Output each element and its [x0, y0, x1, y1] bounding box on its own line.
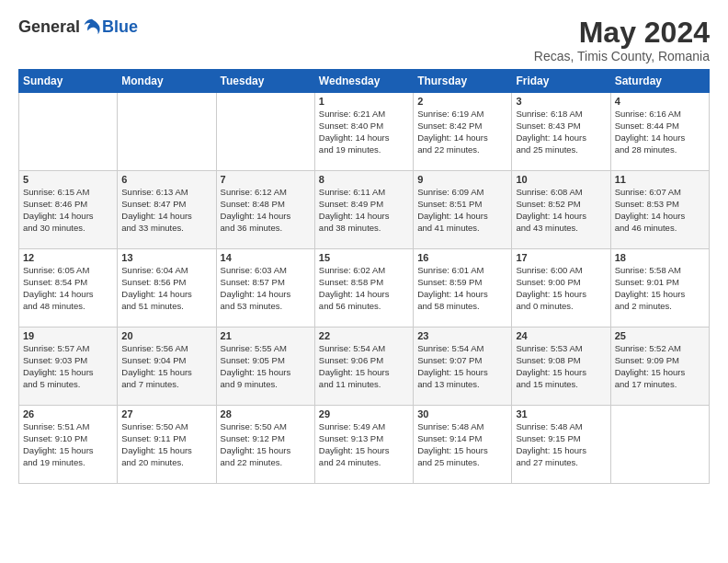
day-info: Sunrise: 6:11 AM Sunset: 8:49 PM Dayligh…	[319, 187, 409, 234]
day-number: 23	[417, 330, 507, 341]
calendar-cell: 19Sunrise: 5:57 AM Sunset: 9:03 PM Dayli…	[19, 327, 118, 406]
calendar-week-2: 5Sunrise: 6:15 AM Sunset: 8:46 PM Daylig…	[19, 171, 710, 249]
day-number: 16	[417, 252, 507, 263]
day-info: Sunrise: 5:48 AM Sunset: 9:15 PM Dayligh…	[516, 421, 606, 468]
day-number: 8	[319, 174, 409, 185]
logo-bird-icon	[82, 17, 102, 37]
calendar-week-5: 26Sunrise: 5:51 AM Sunset: 9:10 PM Dayli…	[19, 406, 710, 484]
day-info: Sunrise: 5:48 AM Sunset: 9:14 PM Dayligh…	[417, 421, 507, 468]
logo-blue-text: Blue	[102, 17, 138, 37]
header-day-saturday: Saturday	[610, 70, 709, 93]
day-number: 7	[221, 174, 311, 185]
day-number: 22	[319, 330, 409, 341]
calendar-cell: 15Sunrise: 6:02 AM Sunset: 8:58 PM Dayli…	[314, 249, 413, 327]
day-info: Sunrise: 5:57 AM Sunset: 9:03 PM Dayligh…	[23, 343, 113, 390]
day-info: Sunrise: 6:16 AM Sunset: 8:44 PM Dayligh…	[615, 109, 705, 155]
calendar-header-row: SundayMondayTuesdayWednesdayThursdayFrid…	[19, 70, 710, 93]
calendar-cell: 31Sunrise: 5:48 AM Sunset: 9:15 PM Dayli…	[512, 406, 610, 484]
day-info: Sunrise: 6:05 AM Sunset: 8:54 PM Dayligh…	[23, 265, 113, 312]
day-number: 21	[221, 330, 311, 341]
header-area: General Blue May 2024 Recas, Timis Count…	[18, 17, 710, 63]
location: Recas, Timis County, Romania	[534, 49, 710, 63]
title-area: May 2024 Recas, Timis County, Romania	[534, 17, 710, 63]
day-number: 6	[121, 174, 211, 185]
day-info: Sunrise: 6:13 AM Sunset: 8:47 PM Dayligh…	[121, 187, 211, 234]
header-day-friday: Friday	[512, 70, 610, 93]
header-day-sunday: Sunday	[19, 70, 118, 93]
day-number: 18	[615, 252, 705, 263]
calendar-cell: 30Sunrise: 5:48 AM Sunset: 9:14 PM Dayli…	[414, 406, 512, 484]
day-info: Sunrise: 6:00 AM Sunset: 9:00 PM Dayligh…	[516, 265, 606, 312]
day-info: Sunrise: 5:51 AM Sunset: 9:10 PM Dayligh…	[23, 421, 113, 468]
calendar-cell: 13Sunrise: 6:04 AM Sunset: 8:56 PM Dayli…	[118, 249, 216, 327]
calendar-table: SundayMondayTuesdayWednesdayThursdayFrid…	[18, 69, 710, 484]
day-number: 14	[221, 252, 311, 263]
day-info: Sunrise: 6:15 AM Sunset: 8:46 PM Dayligh…	[23, 187, 113, 234]
calendar-cell: 12Sunrise: 6:05 AM Sunset: 8:54 PM Dayli…	[19, 249, 118, 327]
day-number: 17	[516, 252, 606, 263]
calendar-week-1: 1Sunrise: 6:21 AM Sunset: 8:40 PM Daylig…	[19, 93, 710, 171]
calendar-cell: 2Sunrise: 6:19 AM Sunset: 8:42 PM Daylig…	[414, 93, 512, 171]
calendar-cell: 23Sunrise: 5:54 AM Sunset: 9:07 PM Dayli…	[414, 327, 512, 406]
day-info: Sunrise: 5:49 AM Sunset: 9:13 PM Dayligh…	[319, 421, 409, 468]
day-number: 3	[516, 96, 606, 107]
calendar-cell: 26Sunrise: 5:51 AM Sunset: 9:10 PM Dayli…	[19, 406, 118, 484]
calendar-cell: 18Sunrise: 5:58 AM Sunset: 9:01 PM Dayli…	[610, 249, 709, 327]
day-info: Sunrise: 6:19 AM Sunset: 8:42 PM Dayligh…	[417, 109, 507, 155]
calendar-week-4: 19Sunrise: 5:57 AM Sunset: 9:03 PM Dayli…	[19, 327, 710, 406]
calendar-cell	[216, 93, 314, 171]
calendar-cell: 29Sunrise: 5:49 AM Sunset: 9:13 PM Dayli…	[314, 406, 413, 484]
calendar-cell: 14Sunrise: 6:03 AM Sunset: 8:57 PM Dayli…	[216, 249, 314, 327]
calendar-cell: 10Sunrise: 6:08 AM Sunset: 8:52 PM Dayli…	[512, 171, 610, 249]
calendar-cell: 11Sunrise: 6:07 AM Sunset: 8:53 PM Dayli…	[610, 171, 709, 249]
calendar-cell	[19, 93, 118, 171]
day-info: Sunrise: 6:18 AM Sunset: 8:43 PM Dayligh…	[516, 109, 606, 155]
header-day-wednesday: Wednesday	[314, 70, 413, 93]
calendar-cell: 17Sunrise: 6:00 AM Sunset: 9:00 PM Dayli…	[512, 249, 610, 327]
day-info: Sunrise: 6:04 AM Sunset: 8:56 PM Dayligh…	[121, 265, 211, 312]
day-number: 10	[516, 174, 606, 185]
calendar-cell: 28Sunrise: 5:50 AM Sunset: 9:12 PM Dayli…	[216, 406, 314, 484]
day-info: Sunrise: 5:50 AM Sunset: 9:12 PM Dayligh…	[221, 421, 311, 468]
day-info: Sunrise: 6:21 AM Sunset: 8:40 PM Dayligh…	[319, 109, 409, 155]
calendar-cell: 4Sunrise: 6:16 AM Sunset: 8:44 PM Daylig…	[610, 93, 709, 171]
day-info: Sunrise: 5:52 AM Sunset: 9:09 PM Dayligh…	[615, 343, 705, 390]
calendar-cell: 5Sunrise: 6:15 AM Sunset: 8:46 PM Daylig…	[19, 171, 118, 249]
calendar-cell: 3Sunrise: 6:18 AM Sunset: 8:43 PM Daylig…	[512, 93, 610, 171]
day-number: 20	[121, 330, 211, 341]
header-day-monday: Monday	[118, 70, 216, 93]
day-number: 29	[319, 408, 409, 419]
month-year: May 2024	[534, 17, 710, 49]
day-info: Sunrise: 5:58 AM Sunset: 9:01 PM Dayligh…	[615, 265, 705, 312]
day-number: 25	[615, 330, 705, 341]
calendar-cell: 7Sunrise: 6:12 AM Sunset: 8:48 PM Daylig…	[216, 171, 314, 249]
calendar-cell	[610, 406, 709, 484]
day-info: Sunrise: 6:09 AM Sunset: 8:51 PM Dayligh…	[417, 187, 507, 234]
day-number: 31	[516, 408, 606, 419]
day-number: 9	[417, 174, 507, 185]
day-number: 24	[516, 330, 606, 341]
calendar-cell	[118, 93, 216, 171]
day-number: 15	[319, 252, 409, 263]
header-day-tuesday: Tuesday	[216, 70, 314, 93]
day-number: 5	[23, 174, 113, 185]
day-info: Sunrise: 6:12 AM Sunset: 8:48 PM Dayligh…	[221, 187, 311, 234]
day-number: 12	[23, 252, 113, 263]
calendar-cell: 8Sunrise: 6:11 AM Sunset: 8:49 PM Daylig…	[314, 171, 413, 249]
day-info: Sunrise: 5:50 AM Sunset: 9:11 PM Dayligh…	[121, 421, 211, 468]
calendar-cell: 1Sunrise: 6:21 AM Sunset: 8:40 PM Daylig…	[314, 93, 413, 171]
calendar-cell: 16Sunrise: 6:01 AM Sunset: 8:59 PM Dayli…	[414, 249, 512, 327]
day-number: 1	[319, 96, 409, 107]
calendar-cell: 24Sunrise: 5:53 AM Sunset: 9:08 PM Dayli…	[512, 327, 610, 406]
day-number: 4	[615, 96, 705, 107]
logo-general-text: General	[18, 17, 80, 37]
calendar-cell: 20Sunrise: 5:56 AM Sunset: 9:04 PM Dayli…	[118, 327, 216, 406]
calendar-cell: 9Sunrise: 6:09 AM Sunset: 8:51 PM Daylig…	[414, 171, 512, 249]
day-info: Sunrise: 5:54 AM Sunset: 9:07 PM Dayligh…	[417, 343, 507, 390]
calendar-cell: 27Sunrise: 5:50 AM Sunset: 9:11 PM Dayli…	[118, 406, 216, 484]
calendar-cell: 21Sunrise: 5:55 AM Sunset: 9:05 PM Dayli…	[216, 327, 314, 406]
calendar-cell: 22Sunrise: 5:54 AM Sunset: 9:06 PM Dayli…	[314, 327, 413, 406]
day-info: Sunrise: 6:08 AM Sunset: 8:52 PM Dayligh…	[516, 187, 606, 234]
logo: General Blue	[18, 17, 138, 37]
day-info: Sunrise: 6:07 AM Sunset: 8:53 PM Dayligh…	[615, 187, 705, 234]
